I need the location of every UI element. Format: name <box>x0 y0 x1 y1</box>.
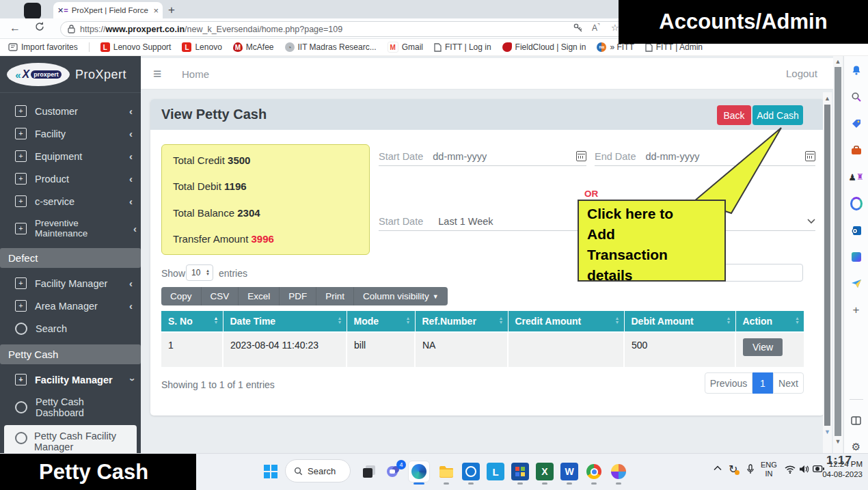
col-action[interactable]: Action▲▼ <box>735 311 804 332</box>
task-view-button[interactable] <box>360 463 378 480</box>
refresh-icon[interactable] <box>34 21 45 32</box>
paint-button[interactable] <box>610 463 627 480</box>
col-date-time[interactable]: Date Time▲▼ <box>223 311 347 332</box>
inner-scrollbar-thumb[interactable] <box>824 105 830 426</box>
brand-row[interactable]: «X proxpert ProXpert <box>0 56 141 93</box>
shopping-tag-icon[interactable] <box>850 118 863 130</box>
back-icon[interactable]: ← <box>10 22 21 34</box>
sidebar-item-facility[interactable]: + Facility‹ <box>0 122 141 145</box>
excel-button[interactable]: Excel <box>239 287 280 305</box>
col-s-no[interactable]: S. No▲▼ <box>161 311 223 332</box>
col-ref-number[interactable]: Ref.Number▲▼ <box>415 311 508 332</box>
update-sync-icon[interactable]: ↻ <box>729 463 737 476</box>
end-date-field[interactable]: End Date dd-mm-yyyy <box>595 147 815 166</box>
bookmark-lenovo-support[interactable]: L Lenovo Support <box>100 42 172 52</box>
previous-page-button[interactable]: Previous <box>705 372 752 394</box>
sidebar-item-preventive-maintenance[interactable]: + Preventive Maintenance‹ <box>0 213 141 244</box>
csv-button[interactable]: CSV <box>202 287 239 305</box>
toolbox-icon[interactable] <box>850 144 863 156</box>
windows-start-button[interactable] <box>262 463 280 480</box>
sidebar-item-petty-cash-dashboard[interactable]: Petty Cash Dashboard <box>0 391 141 424</box>
settings-gear-icon[interactable]: ⚙ <box>850 441 863 453</box>
lenovo-app-button[interactable]: L <box>487 463 504 480</box>
copilot-loop-icon[interactable] <box>850 198 863 210</box>
col-mode[interactable]: Mode▲▼ <box>347 311 415 332</box>
sidebar-item-search[interactable]: Search <box>0 317 141 340</box>
read-aloud-icon[interactable]: A⌝ <box>592 23 600 33</box>
tray-expand-icon[interactable] <box>714 465 722 471</box>
bookmark-fitt-admin[interactable]: FITT | Admin <box>645 42 703 52</box>
language-indicator[interactable]: ENGIN <box>761 461 777 478</box>
bookmark-lenovo[interactable]: L Lenovo <box>182 42 221 52</box>
chat-teams-button[interactable]: 4 <box>385 463 403 480</box>
home-link[interactable]: Home <box>182 68 209 80</box>
scroll-down-icon[interactable]: ▼ <box>823 428 832 435</box>
file-explorer-button[interactable] <box>437 463 455 480</box>
bookmark-fitt[interactable]: fitt » FITT <box>597 42 634 52</box>
address-bar[interactable]: https://www.proxpert.co.in/new_k_Eversen… <box>60 21 662 37</box>
excel-button[interactable]: X <box>536 463 554 480</box>
word-button[interactable]: W <box>560 463 578 480</box>
browser-scrollbar-thumb[interactable] <box>835 67 841 436</box>
sidebar-item-facility-manager[interactable]: + Facility Manager‹ <box>0 272 141 295</box>
tab-close-icon[interactable]: × <box>153 5 159 16</box>
speaker-icon[interactable] <box>799 465 809 474</box>
view-button[interactable]: View <box>743 338 783 356</box>
add-cash-button[interactable]: Add Cash <box>752 105 803 125</box>
col-credit-amount[interactable]: Credit Amount▲▼ <box>508 311 624 332</box>
bookmark-fieldcloud[interactable]: FieldCloud | Sign in <box>502 42 586 52</box>
page-size-select[interactable]: 10 ▲▼ <box>186 264 213 281</box>
sidebar-item-product[interactable]: + Product‹ <box>0 167 141 190</box>
chrome-button[interactable] <box>585 463 603 480</box>
taskbar-search[interactable]: Search <box>285 459 351 482</box>
bookmark-iit-madras[interactable]: ◔ IIT Madras Researc... <box>285 42 377 52</box>
pdf-button[interactable]: PDF <box>280 287 316 305</box>
column-visibility-button[interactable]: Column visibility ▼ <box>354 287 448 305</box>
inner-scrollbar[interactable]: ▲ ▼ <box>823 92 832 453</box>
bookmark-mcafee[interactable]: M McAfee <box>233 42 274 52</box>
sidebar-item-petty-cash-facility-manager[interactable]: Petty Cash Facility Manager <box>4 425 137 453</box>
sidebar-item-equipment[interactable]: + Equipment‹ <box>0 145 141 167</box>
scroll-up-icon[interactable]: ▲ <box>833 58 843 65</box>
designer-icon[interactable] <box>850 251 863 263</box>
hamburger-menu-icon[interactable]: ≡ <box>153 66 161 82</box>
search-icon[interactable] <box>850 91 863 103</box>
drop-icon[interactable] <box>850 277 863 290</box>
notifications-bell-icon[interactable] <box>850 64 863 77</box>
bookmark-gmail[interactable]: M Gmail <box>388 42 423 53</box>
current-page-button[interactable]: 1 <box>752 372 773 394</box>
print-button[interactable]: Print <box>316 287 354 305</box>
microphone-icon[interactable] <box>746 464 755 474</box>
split-screen-icon[interactable] <box>850 414 863 426</box>
new-tab-button[interactable]: + <box>168 3 175 17</box>
tab-actions-icon[interactable] <box>24 3 41 19</box>
games-icon[interactable]: ♟♜ <box>850 171 863 183</box>
browser-tab[interactable]: ✕= ProXpert | Field Force Automation × <box>53 2 163 18</box>
start-date-field[interactable]: Start Date dd-mm-yyyy <box>379 147 586 166</box>
back-button[interactable]: Back <box>717 105 751 125</box>
microsoft-store-button[interactable] <box>511 463 529 480</box>
outlook-icon[interactable] <box>850 224 863 236</box>
edge-browser-button[interactable] <box>408 461 430 482</box>
sidebar-item-c-service[interactable]: + c-service‹ <box>0 190 141 213</box>
favorite-star-icon[interactable]: ☆ <box>611 23 619 33</box>
sidebar-item-customer[interactable]: + Customer‹ <box>0 100 141 122</box>
scroll-down-icon[interactable]: ▼ <box>833 438 843 445</box>
next-page-button[interactable]: Next <box>773 372 804 394</box>
browser-scrollbar[interactable]: ▲ ▼ <box>833 56 843 453</box>
calendar-icon[interactable] <box>805 151 815 161</box>
add-sidebar-icon[interactable]: + <box>850 304 863 316</box>
scroll-up-icon[interactable]: ▲ <box>823 95 832 102</box>
col-debit-amount[interactable]: Debit Amount▲▼ <box>624 311 735 332</box>
logout-link[interactable]: Logout <box>786 68 817 79</box>
sidebar-item-petty-cash-facility-manager-group[interactable]: + Facility Manager ‹ <box>0 368 141 391</box>
bookmark-import-favorites[interactable]: Import favorites <box>8 42 78 52</box>
blue-o-app-button[interactable] <box>462 463 480 480</box>
calendar-icon[interactable] <box>576 151 586 161</box>
sidebar-item-area-manager[interactable]: + Area Manager‹ <box>0 295 141 317</box>
bookmark-fitt-login[interactable]: FITT | Log in <box>434 42 491 52</box>
copy-button[interactable]: Copy <box>161 287 202 305</box>
search-input[interactable] <box>716 264 803 282</box>
wifi-icon[interactable] <box>785 465 796 474</box>
password-key-icon[interactable] <box>573 23 583 33</box>
